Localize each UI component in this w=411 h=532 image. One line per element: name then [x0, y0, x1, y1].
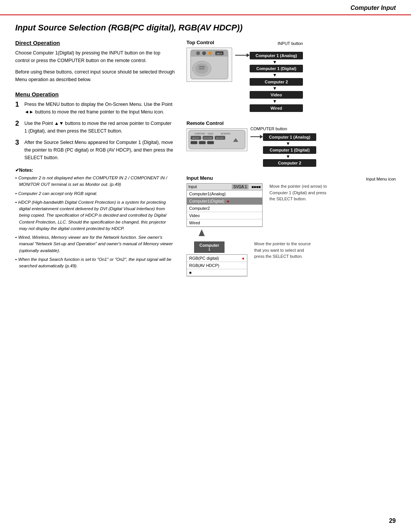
top-control-section: Top Control: [186, 40, 396, 112]
menu-operation-section: Menu Operation 1 Press the MENU button t…: [15, 91, 175, 161]
header-title: Computer Input: [350, 5, 396, 11]
page-title: Input Source Selection (RGB(PC digital),…: [15, 23, 396, 33]
page-number: 29: [389, 518, 396, 524]
computer-btn-label: Computer: [199, 243, 219, 248]
remote-control-flow: Computer 1 (Analog) ▼ Computer 1 (Digita…: [263, 133, 316, 167]
tc-item-0: Computer 1 (Analog): [250, 52, 303, 59]
top-control-heading: Top Control: [186, 40, 232, 45]
sub-item-label-1: RGB(AV HDCP): [189, 263, 219, 268]
computer-button-label: COMPUTER button: [250, 126, 316, 131]
step-2: 2 Use the Point ▲▼ buttons to move the r…: [15, 120, 175, 135]
tc-btn-1: Computer 1 (Digital): [250, 65, 303, 72]
note-4: Wired, Wireless, Memory viewer are for t…: [15, 234, 175, 254]
svg-text:INPUT: INPUT: [217, 53, 222, 54]
menu-item-4: Wired: [187, 219, 262, 227]
left-column: Direct Operation Choose Computer 1(Digit…: [15, 40, 175, 276]
right-column: Top Control: [186, 40, 396, 276]
svg-rect-22: [191, 141, 198, 144]
svg-rect-24: [207, 141, 214, 144]
main-content: Input Source Selection (RGB(PC digital),…: [0, 15, 411, 288]
step-text-3: After the Source Select Menu appeared fo…: [24, 139, 175, 161]
remote-control-svg: COMPUTER VIDEO NETWORK AUTO PC KEYSTONE …: [187, 128, 247, 151]
top-control-svg: INPUT MENU SELECT: [187, 48, 232, 82]
tc-btn-0: Computer 1 (Analog): [250, 52, 303, 59]
note-2: Computer 2 can accept only RGB signal.: [15, 190, 175, 197]
input-menu-header: Input SVGA 1 ■■■■: [187, 184, 262, 190]
input-menu-icon-label: Input Menu icon: [366, 177, 396, 181]
tc-item-1: Computer 1 (Digital): [250, 65, 303, 72]
menu-item-1: Computer1(Digital) ◄: [187, 198, 262, 205]
remote-control-heading: Remote Control: [186, 120, 247, 126]
top-control-image: INPUT MENU SELECT: [186, 48, 232, 82]
input-menu-section: Input Menu Input Menu icon Input SVGA 1 …: [186, 175, 396, 276]
top-control-flow: Computer 1 (Analog) ▼ Computer 1 (Digita…: [250, 52, 303, 112]
svg-text:VIDEO: VIDEO: [207, 133, 213, 135]
direct-operation-section: Direct Operation Choose Computer 1(Digit…: [15, 40, 175, 83]
note-1: Computer 2 is not displayed when the COM…: [15, 175, 175, 188]
direct-operation-text1: Choose Computer 1(Digital) by pressing t…: [15, 49, 175, 64]
sub-menu-side-note: Move the pointer to the source that you …: [254, 241, 315, 260]
rc-item-0: Computer 1 (Analog): [263, 133, 316, 141]
menu-item-label-3: Video: [189, 213, 200, 218]
svg-text:SELECT: SELECT: [199, 67, 205, 69]
rc-arrow-1: ▼: [263, 154, 290, 159]
computer-arrow-svg: [194, 229, 209, 241]
menu-item-label-1: Computer1(Digital): [189, 199, 224, 203]
menu-item-label-2: Computer2: [189, 206, 210, 211]
step-text-2: Use the Point ▲▼ buttons to move the red…: [24, 120, 175, 135]
direct-operation-heading: Direct Operation: [15, 40, 175, 46]
computer-btn-sub: 1: [196, 248, 222, 251]
menu-item-0: Computer1(Analog): [187, 190, 262, 198]
two-column-layout: Direct Operation Choose Computer 1(Digit…: [15, 40, 396, 276]
svga-label: SVGA 1: [232, 184, 249, 189]
input-label: Input: [188, 185, 197, 189]
notes-heading: ✔Notes:: [15, 168, 175, 173]
rc-btn-2: Computer 2: [263, 159, 316, 167]
sub-menu-box: RGB(PC digital) ◄ RGB(AV HDCP) ■: [186, 254, 247, 276]
remote-control-section: Remote Control COMPUTER VIDEO NETWORK: [186, 120, 396, 167]
tc-arrow-0: ▼: [250, 59, 277, 65]
input-button-label: INPUT button: [235, 41, 303, 46]
tc-arrow-2: ▼: [250, 86, 277, 91]
sub-item-0: RGB(PC digital) ◄: [187, 255, 247, 262]
input-menu-side-note: Move the pointer (red arrow) to Computer…: [269, 183, 330, 202]
menu-item-2: Computer2: [187, 205, 262, 212]
sub-item-icon: ■: [187, 269, 247, 276]
sub-item-1: RGB(AV HDCP): [187, 262, 247, 269]
svg-point-3: [202, 51, 206, 55]
computer-btn: Computer 1: [194, 241, 225, 253]
menu-arrow-1: ◄: [226, 199, 229, 203]
step-num-1: 1: [15, 101, 21, 109]
direct-operation-text2: Before using these buttons, correct inpu…: [15, 68, 175, 83]
rc-btn-1: Computer 1 (Digital): [263, 146, 316, 154]
sub-item-label-0: RGB(PC digital): [189, 256, 219, 260]
step-num-2: 2: [15, 120, 21, 128]
page-header: Computer Input: [0, 0, 411, 15]
svg-point-4: [209, 52, 212, 55]
svg-point-2: [196, 51, 200, 55]
tc-btn-2: Computer 2: [250, 78, 303, 86]
input-menu-box: Input SVGA 1 ■■■■ Computer1(Analog) Comp…: [186, 183, 263, 227]
tc-arrow-1: ▼: [250, 72, 277, 78]
tc-item-3: Video: [250, 91, 303, 99]
input-menu-heading: Input Menu: [186, 175, 213, 181]
rc-item-1: Computer 1 (Digital): [263, 146, 316, 154]
note-3: HDCP (High-bandwidth Digital Content Pro…: [15, 199, 175, 232]
step-1: 1 Press the MENU button to display the O…: [15, 101, 175, 116]
svg-text:NETWORK: NETWORK: [221, 133, 231, 135]
tc-btn-3: Video: [250, 91, 303, 99]
rc-arrow-0: ▼: [263, 141, 290, 146]
note-5: When the Input Search function is set to…: [15, 256, 175, 270]
svg-text:AUTO SET: AUTO SET: [216, 137, 224, 139]
tc-item-4: Wired: [250, 104, 303, 112]
svg-rect-23: [199, 141, 206, 144]
step-3: 3 After the Source Select Menu appeared …: [15, 139, 175, 161]
svg-text:AUTO PC: AUTO PC: [193, 137, 199, 139]
menu-item-label-4: Wired: [189, 220, 200, 225]
svg-text:COMPUTER: COMPUTER: [194, 133, 206, 135]
remote-control-image: COMPUTER VIDEO NETWORK AUTO PC KEYSTONE …: [186, 128, 247, 151]
menu-item-label-0: Computer1(Analog): [189, 192, 226, 196]
rc-item-2: Computer 2: [263, 159, 316, 167]
step-text-1: Press the MENU button to display the On-…: [24, 101, 175, 116]
tc-arrow-3: ▼: [250, 99, 277, 104]
